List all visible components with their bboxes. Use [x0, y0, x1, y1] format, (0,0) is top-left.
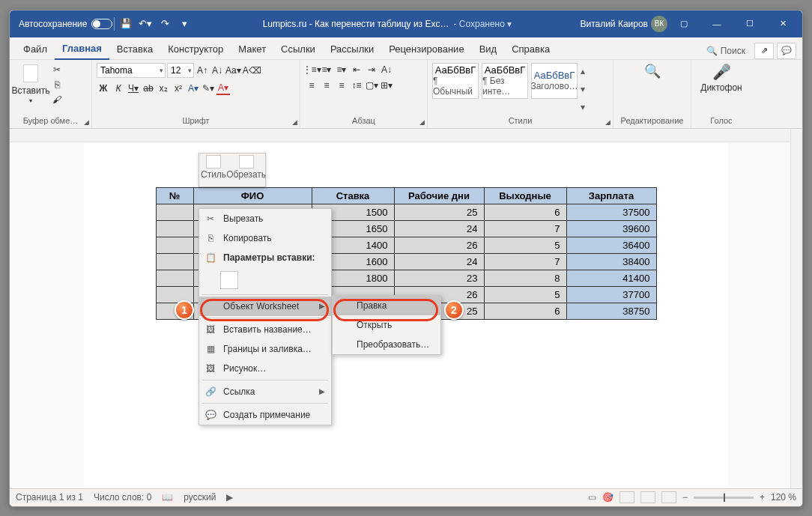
menu-paste-option[interactable]: [199, 267, 331, 293]
copy-icon[interactable]: ⎘: [50, 78, 64, 91]
tab-help[interactable]: Справка: [504, 39, 557, 59]
dialog-launcher-icon[interactable]: ◢: [292, 118, 297, 126]
displaymode-icon[interactable]: ▭: [588, 492, 596, 503]
change-case-icon[interactable]: Aa▾: [225, 64, 241, 77]
font-name-combo[interactable]: Tahoma: [97, 63, 166, 78]
tab-file[interactable]: Файл: [16, 39, 55, 59]
spellcheck-icon[interactable]: 📖: [162, 492, 173, 503]
status-lang[interactable]: русский: [184, 492, 216, 503]
submenu-open[interactable]: Открыть: [333, 315, 440, 335]
text-effects-icon[interactable]: A▾: [187, 82, 200, 95]
submenu-convert[interactable]: Преобразовать…: [333, 335, 440, 354]
dialog-launcher-icon[interactable]: ◢: [605, 118, 610, 126]
tab-design[interactable]: Конструктор: [160, 39, 231, 59]
close-icon[interactable]: ✕: [766, 10, 799, 37]
ribbon-options-icon[interactable]: ▢: [667, 10, 700, 37]
zoom-slider[interactable]: [694, 497, 754, 499]
user-avatar[interactable]: ВК: [651, 16, 667, 32]
ruler[interactable]: [10, 129, 802, 142]
tab-insert[interactable]: Вставка: [109, 39, 160, 59]
autosave-toggle[interactable]: Автосохранение: [19, 19, 112, 29]
grow-font-icon[interactable]: A↑: [196, 64, 209, 77]
line-spacing-icon[interactable]: ↕≡: [350, 79, 363, 92]
dialog-launcher-icon[interactable]: ◢: [84, 118, 89, 126]
style-button[interactable]: Стиль: [201, 155, 226, 185]
borders-icon: ▦: [204, 342, 217, 356]
menu-picture[interactable]: 🖼Рисунок…: [199, 359, 331, 378]
indent-inc-icon[interactable]: ⇥: [365, 63, 378, 76]
menu-borders[interactable]: ▦Границы и заливка…: [199, 339, 331, 359]
align-center-icon[interactable]: ≡: [320, 79, 333, 92]
multilevel-icon[interactable]: ≡▾: [335, 63, 348, 76]
align-left-icon[interactable]: ≡: [305, 79, 318, 92]
style-icon: [206, 155, 221, 169]
cut-icon[interactable]: ✂: [50, 63, 64, 76]
style-nospacing[interactable]: АаБбВвГ¶ Без инте…: [482, 63, 528, 99]
status-words[interactable]: Число слов: 0: [94, 492, 151, 503]
focus-icon[interactable]: 🎯: [602, 492, 613, 503]
redo-icon[interactable]: ↷: [155, 14, 175, 34]
dialog-launcher-icon[interactable]: ◢: [419, 118, 425, 126]
menu-cut[interactable]: ✂Вырезать: [199, 209, 331, 228]
zoom-out-icon[interactable]: −: [682, 492, 688, 503]
subscript-icon[interactable]: x₂: [157, 82, 170, 95]
th-num: №: [156, 187, 193, 204]
menu-comment[interactable]: 💬Создать примечание: [199, 405, 331, 425]
submenu-edit[interactable]: Правка: [333, 296, 440, 315]
menu-object-worksheet[interactable]: Объект Worksheet▶: [199, 297, 331, 316]
crop-button[interactable]: Обрезать: [226, 155, 266, 185]
tab-review[interactable]: Рецензирование: [381, 39, 471, 59]
save-icon[interactable]: 💾: [116, 14, 136, 34]
highlight-icon[interactable]: ✎▾: [202, 82, 215, 95]
dictate-button[interactable]: 🎤Диктофон: [705, 63, 738, 116]
zoom-value[interactable]: 120 %: [771, 492, 796, 503]
tab-refs[interactable]: Ссылки: [273, 39, 323, 59]
search-box[interactable]: 🔍Поиск: [700, 43, 751, 58]
chevron-right-icon: ▶: [319, 387, 325, 395]
microphone-icon: 🎤: [712, 63, 731, 81]
style-normal[interactable]: АаБбВвГ¶ Обычный: [432, 63, 479, 99]
shrink-font-icon[interactable]: A↓: [210, 64, 224, 77]
qat-more-icon[interactable]: ▾: [175, 14, 194, 34]
view-print-icon[interactable]: [619, 491, 634, 503]
status-page[interactable]: Страница 1 из 1: [16, 492, 83, 503]
indent-dec-icon[interactable]: ⇤: [350, 63, 363, 76]
vertical-scrollbar[interactable]: [790, 129, 802, 488]
bullets-icon[interactable]: ⋮≡▾: [305, 63, 318, 76]
font-size-combo[interactable]: 12: [167, 63, 194, 78]
shading-icon[interactable]: ▢▾: [365, 79, 378, 92]
tab-layout[interactable]: Макет: [231, 39, 273, 59]
minimize-icon[interactable]: —: [700, 10, 733, 37]
maximize-icon[interactable]: ☐: [733, 10, 766, 37]
superscript-icon[interactable]: x²: [172, 82, 185, 95]
font-color-icon[interactable]: A▾: [216, 82, 230, 95]
numbering-icon[interactable]: ≡▾: [320, 63, 333, 76]
italic-button[interactable]: К: [112, 82, 125, 95]
style-heading[interactable]: АаБбВвГЗаголово…: [531, 63, 578, 99]
menu-insert-caption[interactable]: 🖼Вставить название…: [199, 320, 331, 339]
tab-view[interactable]: Вид: [472, 39, 505, 59]
zoom-in-icon[interactable]: +: [760, 492, 765, 503]
menu-copy[interactable]: ⎘Копировать: [199, 228, 331, 248]
strike-button[interactable]: ab: [142, 82, 155, 95]
sort-icon[interactable]: A↓: [380, 63, 393, 76]
borders-icon[interactable]: ⊞▾: [380, 79, 393, 92]
view-web-icon[interactable]: [661, 491, 676, 503]
macro-icon[interactable]: ▶: [226, 492, 233, 503]
statusbar: Страница 1 из 1 Число слов: 0 📖 русский …: [10, 488, 802, 506]
group-voice-label: Голос: [696, 116, 747, 127]
tab-mail[interactable]: Рассылки: [323, 39, 381, 59]
bold-button[interactable]: Ж: [97, 82, 110, 95]
paste-button[interactable]: Вставить▾: [14, 63, 47, 116]
underline-button[interactable]: Ч▾: [127, 82, 140, 95]
menu-link[interactable]: 🔗Ссылка▶: [199, 382, 331, 401]
undo-icon[interactable]: ↶▾: [136, 14, 155, 34]
view-read-icon[interactable]: [640, 491, 655, 503]
format-painter-icon[interactable]: 🖌: [50, 93, 64, 106]
editing-button[interactable]: 🔍: [636, 63, 669, 116]
share-button[interactable]: ⇗: [754, 43, 774, 59]
tab-home[interactable]: Главная: [55, 38, 109, 60]
comments-button[interactable]: 💬: [777, 43, 796, 59]
align-right-icon[interactable]: ≡: [335, 79, 348, 92]
clear-format-icon[interactable]: A⌫: [243, 64, 261, 77]
